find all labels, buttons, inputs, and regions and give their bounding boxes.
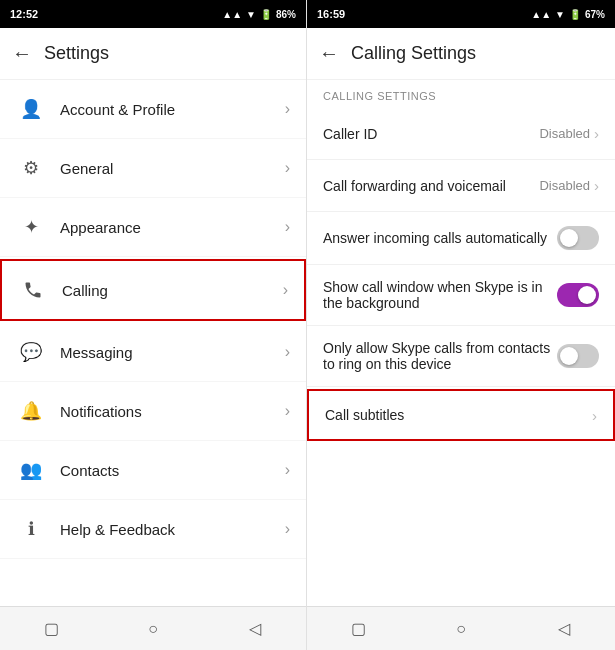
contacts-icon: 👥 xyxy=(16,455,46,485)
forwarding-label: Call forwarding and voicemail xyxy=(323,178,539,194)
caller-id-chevron: › xyxy=(594,125,599,142)
only-contacts-label: Only allow Skype calls from contacts to … xyxy=(323,340,557,372)
settings-list: 👤 Account & Profile › ⚙ General › ✦ Appe… xyxy=(0,80,306,606)
show-window-label: Show call window when Skype is in the ba… xyxy=(323,279,557,311)
subtitles-chevron: › xyxy=(592,407,597,424)
right-nav-square-button[interactable]: ▢ xyxy=(340,611,376,647)
account-label: Account & Profile xyxy=(60,101,285,118)
left-panel: 12:52 ▲▲ ▼ 🔋 86% ← Settings 👤 Account & … xyxy=(0,0,307,650)
calling-item-auto-answer[interactable]: Answer incoming calls automatically xyxy=(307,212,615,265)
right-battery-icon: 🔋 xyxy=(569,9,581,20)
calling-item-subtitles[interactable]: Call subtitles › xyxy=(307,389,615,441)
general-chevron: › xyxy=(285,159,290,177)
contacts-label: Contacts xyxy=(60,462,285,479)
settings-item-general[interactable]: ⚙ General › xyxy=(0,139,306,198)
calling-label: Calling xyxy=(62,282,283,299)
messaging-icon: 💬 xyxy=(16,337,46,367)
nav-triangle-button[interactable]: ◁ xyxy=(237,611,273,647)
right-time: 16:59 xyxy=(317,8,345,20)
account-icon: 👤 xyxy=(16,94,46,124)
right-battery-percent: 67% xyxy=(585,9,605,20)
right-signal-icon: ▲▲ xyxy=(531,9,551,20)
auto-answer-toggle-knob xyxy=(560,229,578,247)
calling-item-forwarding[interactable]: Call forwarding and voicemail Disabled › xyxy=(307,160,615,212)
notifications-chevron: › xyxy=(285,402,290,420)
settings-item-help[interactable]: ℹ Help & Feedback › xyxy=(0,500,306,559)
left-back-button[interactable]: ← xyxy=(12,42,32,65)
right-panel: 16:59 ▲▲ ▼ 🔋 67% ← Calling Settings CALL… xyxy=(307,0,615,650)
show-window-toggle-knob xyxy=(578,286,596,304)
settings-item-account[interactable]: 👤 Account & Profile › xyxy=(0,80,306,139)
calling-item-only-contacts[interactable]: Only allow Skype calls from contacts to … xyxy=(307,326,615,387)
left-nav-bar: ▢ ○ ◁ xyxy=(0,606,306,650)
forwarding-chevron: › xyxy=(594,177,599,194)
left-time: 12:52 xyxy=(10,8,38,20)
left-header: ← Settings xyxy=(0,28,306,80)
settings-item-appearance[interactable]: ✦ Appearance › xyxy=(0,198,306,257)
calling-icon xyxy=(18,275,48,305)
only-contacts-toggle[interactable] xyxy=(557,344,599,368)
appearance-label: Appearance xyxy=(60,219,285,236)
settings-item-calling[interactable]: Calling › xyxy=(0,259,306,321)
general-icon: ⚙ xyxy=(16,153,46,183)
battery-icon: 🔋 xyxy=(260,9,272,20)
notifications-label: Notifications xyxy=(60,403,285,420)
battery-percent: 86% xyxy=(276,9,296,20)
contacts-chevron: › xyxy=(285,461,290,479)
only-contacts-toggle-knob xyxy=(560,347,578,365)
general-label: General xyxy=(60,160,285,177)
help-label: Help & Feedback xyxy=(60,521,285,538)
messaging-label: Messaging xyxy=(60,344,285,361)
signal-icon: ▲▲ xyxy=(222,9,242,20)
auto-answer-toggle[interactable] xyxy=(557,226,599,250)
account-chevron: › xyxy=(285,100,290,118)
forwarding-value: Disabled xyxy=(539,178,590,193)
caller-id-value: Disabled xyxy=(539,126,590,141)
appearance-chevron: › xyxy=(285,218,290,236)
right-back-button[interactable]: ← xyxy=(319,42,339,65)
help-icon: ℹ xyxy=(16,514,46,544)
settings-item-messaging[interactable]: 💬 Messaging › xyxy=(0,323,306,382)
right-wifi-icon: ▼ xyxy=(555,9,565,20)
calling-chevron: › xyxy=(283,281,288,299)
left-status-icons: ▲▲ ▼ 🔋 86% xyxy=(222,9,296,20)
calling-item-caller-id[interactable]: Caller ID Disabled › xyxy=(307,108,615,160)
appearance-icon: ✦ xyxy=(16,212,46,242)
notifications-icon: 🔔 xyxy=(16,396,46,426)
wifi-icon: ▼ xyxy=(246,9,256,20)
left-status-bar: 12:52 ▲▲ ▼ 🔋 86% xyxy=(0,0,306,28)
calling-section-label: CALLING SETTINGS xyxy=(307,80,615,108)
settings-item-notifications[interactable]: 🔔 Notifications › xyxy=(0,382,306,441)
subtitles-label: Call subtitles xyxy=(325,407,592,423)
right-nav-triangle-button[interactable]: ◁ xyxy=(546,611,582,647)
auto-answer-label: Answer incoming calls automatically xyxy=(323,230,557,246)
messaging-chevron: › xyxy=(285,343,290,361)
caller-id-label: Caller ID xyxy=(323,126,539,142)
calling-item-show-window[interactable]: Show call window when Skype is in the ba… xyxy=(307,265,615,326)
nav-circle-button[interactable]: ○ xyxy=(135,611,171,647)
right-status-bar: 16:59 ▲▲ ▼ 🔋 67% xyxy=(307,0,615,28)
right-status-icons: ▲▲ ▼ 🔋 67% xyxy=(531,9,605,20)
right-nav-circle-button[interactable]: ○ xyxy=(443,611,479,647)
show-window-toggle[interactable] xyxy=(557,283,599,307)
settings-item-contacts[interactable]: 👥 Contacts › xyxy=(0,441,306,500)
right-nav-bar: ▢ ○ ◁ xyxy=(307,606,615,650)
right-header: ← Calling Settings xyxy=(307,28,615,80)
left-header-title: Settings xyxy=(44,43,109,64)
nav-square-button[interactable]: ▢ xyxy=(33,611,69,647)
right-header-title: Calling Settings xyxy=(351,43,476,64)
help-chevron: › xyxy=(285,520,290,538)
